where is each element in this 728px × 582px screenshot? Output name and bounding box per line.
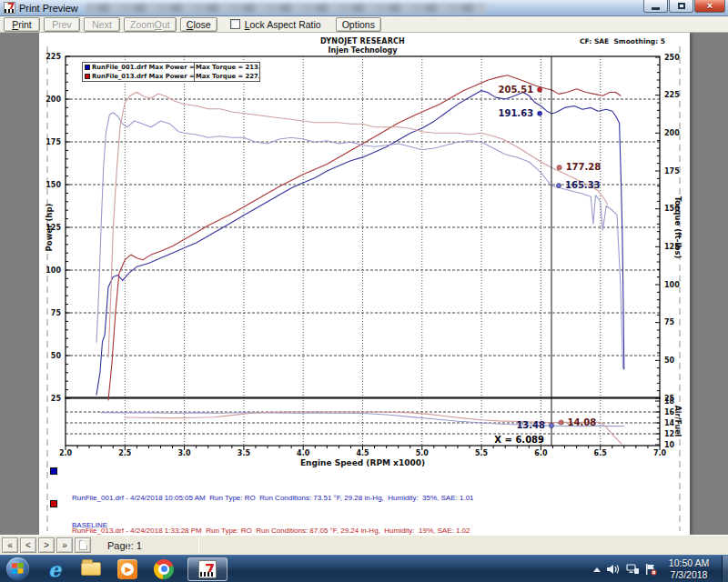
marker-dot xyxy=(537,111,541,115)
redacted-title-text xyxy=(86,4,486,13)
checkered-flag-icon xyxy=(200,572,215,577)
x-axis-tick: 4.0 xyxy=(297,449,310,457)
right-axis-tick: 50 xyxy=(664,356,675,365)
checkered-flag-icon xyxy=(5,9,15,13)
marker-value: 13.48 xyxy=(516,420,545,430)
winpep7-app-icon: 7 xyxy=(4,2,15,14)
marker-dot xyxy=(537,87,541,92)
export-page-button[interactable] xyxy=(75,537,91,553)
af-axis-tick: 14 xyxy=(664,419,675,427)
right-axis-tick: 250 xyxy=(664,54,680,62)
zoom-out-button[interactable]: Zoom Out xyxy=(124,17,177,32)
statusbar: « < > » Page: 1 xyxy=(0,535,728,555)
prev-button[interactable]: Prev xyxy=(44,17,80,32)
left-axis-tick: 200 xyxy=(46,95,61,104)
clock-date: 7/3/2018 xyxy=(661,569,717,581)
af-axis-tick: 10 xyxy=(664,441,675,449)
minimize-button[interactable] xyxy=(643,0,668,13)
internet-explorer-icon[interactable]: e xyxy=(44,558,66,580)
tray-expand-icon[interactable] xyxy=(593,567,601,572)
legend-power: Max Power = 214.17 xyxy=(149,73,194,80)
marker-dot xyxy=(556,184,561,188)
window-controls: × xyxy=(642,0,725,13)
left-axis-tick: 225 xyxy=(46,53,61,61)
next-button[interactable]: Next xyxy=(84,17,120,32)
volume-icon[interactable] xyxy=(607,564,620,575)
curve-runfile_013-torque-(ft-lbs) xyxy=(108,92,608,357)
first-page-button[interactable]: « xyxy=(2,537,18,553)
left-axis-tick: 75 xyxy=(51,309,62,317)
legend-row: RunFile_001.drf Max Power = 205.32 Max T… xyxy=(83,63,259,72)
media-player-icon[interactable]: ▶ xyxy=(116,558,138,580)
right-axis-tick: 75 xyxy=(664,318,675,326)
close-preview-button[interactable]: Close xyxy=(180,17,217,32)
right-axis-tick: 100 xyxy=(664,281,680,289)
legend-torque: Max Torque = 213.58 xyxy=(196,64,259,71)
next-page-button[interactable]: > xyxy=(38,537,55,553)
x-axis-tick: 4.5 xyxy=(356,449,369,457)
clock-time: 10:50 AM xyxy=(661,557,717,569)
marker-dot xyxy=(559,420,563,425)
report-company: DYNOJET RESEARCH xyxy=(66,37,660,45)
right-axis-tick: 200 xyxy=(664,129,680,137)
af-axis-tick: 16 xyxy=(664,408,675,416)
start-button[interactable] xyxy=(6,557,29,580)
run-line1: RunFile_013.drf - 4/24/2018 1:33:28 PM R… xyxy=(72,527,470,535)
winpep7-taskbar-button[interactable]: 7 xyxy=(187,557,228,581)
run-summary-sp1123: RunFile_013.drf - 4/24/2018 1:33:28 PM R… xyxy=(50,499,470,535)
windows-flag-icon xyxy=(12,563,24,575)
window-title: Print Preview xyxy=(19,3,78,14)
restore-button[interactable] xyxy=(669,0,693,13)
airfuel-axis-label: Air/Fuel xyxy=(673,406,682,437)
left-axis-tick: 50 xyxy=(51,352,62,360)
page-indicator: Page: 1 xyxy=(107,540,142,551)
options-button[interactable]: Options xyxy=(336,17,381,32)
titlebar: 7 Print Preview × xyxy=(0,0,728,16)
legend-power: Max Power = 205.32 xyxy=(149,64,194,71)
x-axis-tick: 2.0 xyxy=(59,449,73,457)
af-axis-tick: 18 xyxy=(664,397,675,406)
network-icon[interactable] xyxy=(626,564,639,575)
minimize-icon xyxy=(652,7,660,10)
preview-area: 2252001751501251007550252502252001751501… xyxy=(0,33,728,535)
x-axis-tick: 3.5 xyxy=(238,449,251,457)
curve-runfile_001-torque-(ft-lbs) xyxy=(96,113,623,368)
taskbar-clock[interactable]: 10:50 AM 7/3/2018 xyxy=(661,557,717,581)
legend-swatch-red xyxy=(85,74,90,79)
legend-file: RunFile_001.drf xyxy=(92,64,147,71)
lock-aspect-checkbox[interactable] xyxy=(230,19,240,29)
report-page: 2252001751501251007550252502252001751501… xyxy=(39,33,690,535)
windows-explorer-icon[interactable] xyxy=(80,558,102,580)
marker-dot xyxy=(549,424,553,428)
winpep7-icon: 7 xyxy=(198,560,217,578)
x-axis-tick: 6.0 xyxy=(534,449,548,457)
statusbar-divider xyxy=(127,537,128,554)
close-button[interactable]: × xyxy=(694,0,725,13)
af-axis-tick: 12 xyxy=(664,430,674,438)
x-axis-tick: 5.5 xyxy=(475,449,489,457)
action-center-flag-icon[interactable] xyxy=(645,564,657,576)
legend-swatch-blue xyxy=(85,65,90,70)
show-desktop-button[interactable] xyxy=(722,556,728,582)
marker-dot xyxy=(557,166,561,170)
taskbar: e ▶ 7 10:50 AM 7/3/2018 xyxy=(0,555,728,582)
prev-page-button[interactable]: < xyxy=(20,537,36,553)
dyno-chart: 2252001751501251007550252502252001751501… xyxy=(39,33,690,535)
right-axis-tick: 225 xyxy=(664,91,680,99)
close-icon: × xyxy=(707,1,713,11)
left-axis-tick: 25 xyxy=(51,395,62,403)
legend-file: RunFile_013.drf xyxy=(92,73,147,80)
chrome-icon[interactable] xyxy=(153,558,175,580)
marker-value: 14.08 xyxy=(568,417,597,427)
print-preview-window: 7 Print Preview × Print Prev Next Zoom O… xyxy=(0,0,728,555)
left-axis-tick: 100 xyxy=(46,266,61,275)
marker-value: 177.28 xyxy=(566,162,602,172)
run-swatch-red xyxy=(50,500,57,507)
lock-aspect-group: Lock Aspect Ratio xyxy=(230,19,321,30)
print-button[interactable]: Print xyxy=(4,17,40,32)
last-page-button[interactable]: » xyxy=(56,537,73,553)
torque-axis-label: Torque (ft-lbs) xyxy=(673,196,682,259)
document-icon xyxy=(79,540,87,550)
chart-legend: RunFile_001.drf Max Power = 205.32 Max T… xyxy=(82,62,260,82)
marker-value: 205.51 xyxy=(499,85,534,95)
